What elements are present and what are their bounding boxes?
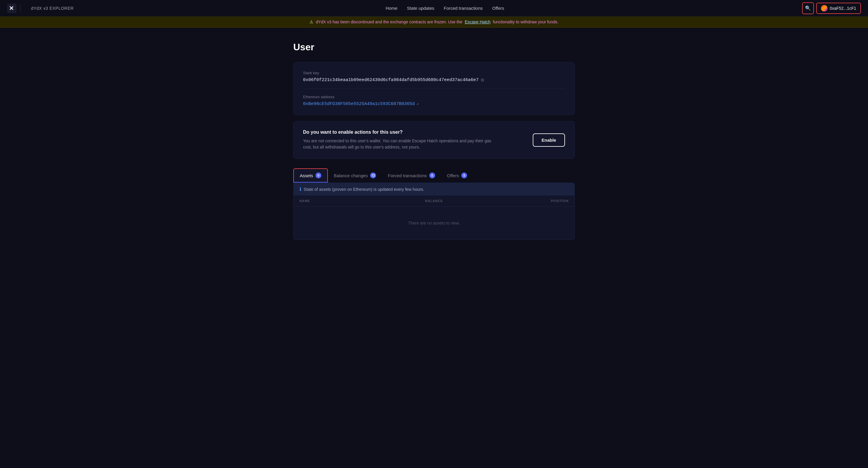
nav-forced-transactions[interactable]: Forced transactions bbox=[444, 6, 483, 11]
search-icon: 🔍 bbox=[805, 5, 811, 11]
wallet-address: 0xaF52...1cF1 bbox=[830, 6, 857, 11]
tab-forced-transactions-label: Forced transactions bbox=[388, 173, 427, 178]
tab-assets[interactable]: Assets 0 bbox=[293, 168, 328, 182]
search-button[interactable]: 🔍 bbox=[802, 2, 814, 14]
stark-key-value: 0x06f0f221c34beaa1b09eed62430d6cfa984daf… bbox=[303, 78, 565, 83]
ethereum-address-label: Ethereum address bbox=[303, 95, 565, 99]
navbar-links: Home State updates Forced transactions O… bbox=[88, 6, 802, 11]
info-icon: ℹ bbox=[300, 186, 301, 192]
wallet-avatar bbox=[821, 5, 828, 11]
stark-key-card: Stark key 0x06f0f221c34beaa1b09eed62430d… bbox=[293, 62, 575, 115]
stark-key-text: 0x06f0f221c34beaa1b09eed62430d6cfa984daf… bbox=[303, 78, 478, 83]
enable-card-title: Do you want to enable actions for this u… bbox=[303, 129, 492, 135]
tab-balance-changes[interactable]: Balance changes 72 bbox=[328, 169, 382, 182]
col-balance: BALANCE bbox=[389, 199, 478, 203]
navbar-right: 🔍 0xaF52...1cF1 bbox=[802, 2, 861, 14]
table-header: NAME BALANCE POSITION bbox=[293, 196, 575, 206]
warning-icon: ⚠ bbox=[310, 20, 313, 24]
field-divider bbox=[303, 88, 565, 89]
ethereum-address-link[interactable]: 0xBe98cE5dFD38F505e5525A49a1c593C687B036… bbox=[303, 101, 565, 107]
tab-balance-changes-label: Balance changes bbox=[334, 173, 368, 178]
tab-assets-label: Assets bbox=[300, 173, 313, 178]
info-bar: ℹ State of assets (proven on Ethereum) i… bbox=[293, 183, 575, 196]
nav-home[interactable]: Home bbox=[385, 6, 397, 11]
wallet-button[interactable]: 0xaF52...1cF1 bbox=[816, 3, 861, 14]
tab-offers-label: Offers bbox=[447, 173, 459, 178]
banner-text-before: dYdX v3 has been discontinued and the ex… bbox=[316, 20, 462, 24]
tab-assets-badge: 0 bbox=[315, 173, 321, 178]
col-name: NAME bbox=[300, 199, 389, 203]
stark-key-label: Stark key bbox=[303, 71, 565, 75]
escape-hatch-link[interactable]: Escape Hatch bbox=[465, 20, 491, 24]
ethereum-address-wrapper: 0xBe98cE5dFD38F505e5525A49a1c593C687B036… bbox=[303, 101, 565, 107]
nav-state-updates[interactable]: State updates bbox=[407, 6, 434, 11]
announcement-banner: ⚠ dYdX v3 has been discontinued and the … bbox=[0, 17, 868, 28]
external-link-icon: ↗ bbox=[416, 102, 418, 106]
navbar-brand: ✕ dYdX v3 EXPLORER bbox=[7, 4, 73, 13]
tab-offers-badge: 0 bbox=[461, 173, 467, 178]
svg-text:✕: ✕ bbox=[9, 5, 14, 11]
tab-offers[interactable]: Offers 0 bbox=[441, 169, 473, 182]
ethereum-address-text: 0xBe98cE5dFD38F505e5525A49a1c593C687B036… bbox=[303, 101, 415, 107]
banner-text-after: functionality to withdraw your funds. bbox=[493, 20, 558, 24]
tab-forced-transactions-badge: 0 bbox=[429, 173, 435, 178]
navbar-title: dYdX v3 EXPLORER bbox=[31, 6, 73, 11]
page-title: User bbox=[293, 42, 575, 53]
table-area: ℹ State of assets (proven on Ethereum) i… bbox=[293, 182, 575, 240]
tabs: Assets 0 Balance changes 72 Forced trans… bbox=[293, 168, 575, 182]
navbar-separator bbox=[20, 5, 21, 12]
info-bar-text: State of assets (proven on Ethereum) is … bbox=[304, 187, 424, 192]
enable-card-text: Do you want to enable actions for this u… bbox=[303, 129, 492, 150]
nav-offers[interactable]: Offers bbox=[492, 6, 504, 11]
enable-card: Do you want to enable actions for this u… bbox=[293, 121, 575, 159]
tab-forced-transactions[interactable]: Forced transactions 0 bbox=[382, 169, 441, 182]
col-position: POSITION bbox=[479, 199, 568, 203]
main-content: User Stark key 0x06f0f221c34beaa1b09eed6… bbox=[286, 28, 582, 254]
enable-card-description: You are not connected to this user's wal… bbox=[303, 138, 492, 150]
enable-button[interactable]: Enable bbox=[533, 134, 565, 147]
dydx-logo: ✕ bbox=[7, 4, 17, 13]
tab-balance-changes-badge: 72 bbox=[370, 173, 376, 178]
table-empty: There are no assets to view. bbox=[293, 206, 575, 240]
navbar: ✕ dYdX v3 EXPLORER Home State updates Fo… bbox=[0, 0, 868, 17]
copy-icon[interactable]: ⧉ bbox=[481, 78, 484, 83]
